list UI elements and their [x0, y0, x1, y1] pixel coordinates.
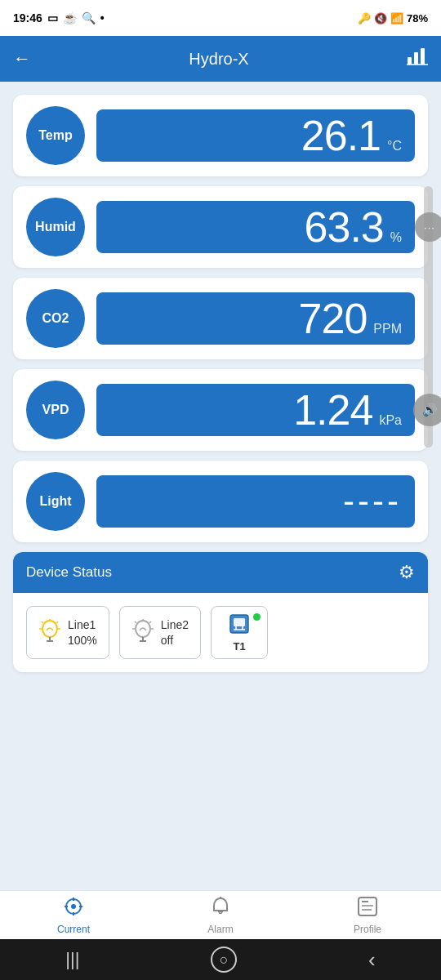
more-options-button[interactable]: ···: [415, 212, 441, 242]
bottom-nav: Current Alarm Profile: [0, 890, 441, 939]
battery-display: 78%: [407, 12, 428, 24]
svg-point-26: [71, 904, 76, 909]
sensor-card-temp: Temp 26.1 °C: [13, 95, 428, 176]
sensor-label-humid: Humid: [26, 198, 85, 256]
t1-status-dot: [253, 613, 261, 621]
status-bar: 19:46 ▭ ☕ 🔍 • 🔑 🔇 📶 78%: [0, 0, 441, 36]
key-icon: 🔑: [358, 12, 371, 24]
current-label: Current: [57, 924, 90, 935]
svg-point-4: [42, 621, 57, 637]
back-button[interactable]: ←: [13, 48, 31, 69]
line2-label: Line2off: [161, 617, 189, 647]
sensor-card-humid: Humid 63.3 % ···: [13, 186, 428, 268]
light-value: ----: [343, 482, 402, 521]
device-status-card: Device Status ⚙: [13, 552, 428, 672]
sensor-label-temp: Temp: [26, 106, 85, 165]
sensor-value-box-temp: 26.1 °C: [96, 109, 415, 162]
svg-rect-2: [421, 48, 425, 65]
device-status-title: Device Status: [26, 564, 112, 581]
settings-icon[interactable]: ⚙: [399, 562, 415, 583]
device-status-header: Device Status ⚙: [13, 552, 428, 593]
temp-value: 26.1: [301, 111, 381, 160]
dot-indicator: •: [100, 11, 105, 24]
alarm-icon: [211, 896, 230, 922]
current-icon: [63, 896, 84, 922]
device-item-line1[interactable]: Line1100%: [26, 606, 109, 659]
humid-value: 63.3: [305, 203, 384, 252]
svg-line-16: [135, 621, 136, 623]
t1-icon: [228, 612, 251, 640]
nav-item-current[interactable]: Current: [0, 896, 147, 935]
line1-label: Line1100%: [68, 617, 97, 647]
svg-rect-1: [414, 52, 418, 65]
svg-line-17: [149, 621, 151, 623]
sensor-card-light: Light ----: [13, 461, 428, 542]
humid-unit: %: [390, 230, 402, 245]
android-menu-button[interactable]: |||: [65, 949, 79, 970]
android-back-button[interactable]: ‹: [368, 947, 376, 973]
device-status-body: Line1100% Line: [13, 593, 428, 672]
time-display: 19:46: [13, 11, 42, 24]
app-header: ← Hydro-X: [0, 36, 441, 82]
sensor-label-co2: CO2: [26, 289, 85, 348]
sensor-value-box-co2: 720 PPM: [96, 292, 415, 345]
svg-rect-21: [234, 618, 245, 626]
audio-button[interactable]: 🔊: [413, 394, 441, 426]
mute-icon: 🔇: [374, 12, 387, 24]
nav-item-alarm[interactable]: Alarm: [147, 896, 294, 935]
line1-icon: [38, 617, 61, 648]
sensor-label-light: Light: [26, 472, 85, 531]
svg-point-12: [136, 621, 150, 637]
device-item-t1[interactable]: T1: [211, 606, 268, 659]
chart-button[interactable]: [407, 47, 428, 70]
sim-icon: ☕: [63, 11, 77, 24]
sensor-label-vpd: VPD: [26, 381, 85, 439]
co2-value: 720: [299, 294, 368, 343]
status-right: 🔑 🔇 📶 78%: [358, 12, 428, 24]
nav-item-profile[interactable]: Profile: [294, 896, 441, 935]
main-content: Temp 26.1 °C Humid 63.3 % ··· CO2 720 PP…: [0, 82, 441, 890]
android-home-button[interactable]: ○: [211, 947, 237, 973]
status-left: 19:46 ▭ ☕ 🔍 •: [13, 11, 105, 24]
svg-rect-0: [408, 57, 412, 65]
sensor-value-box-vpd: 1.24 kPa: [96, 384, 415, 436]
sensor-card-co2: CO2 720 PPM: [13, 278, 428, 359]
android-nav: ||| ○ ‹: [0, 939, 441, 980]
vpd-unit: kPa: [379, 413, 402, 428]
profile-label: Profile: [354, 924, 381, 935]
signal-icon: 📶: [390, 12, 403, 24]
svg-rect-33: [359, 898, 376, 915]
svg-line-9: [56, 621, 58, 623]
app-title: Hydro-X: [189, 50, 248, 69]
screen-icon: ▭: [47, 11, 58, 24]
device-item-line2[interactable]: Line2off: [119, 606, 201, 659]
profile-icon: [357, 896, 378, 922]
vpd-value: 1.24: [293, 385, 372, 434]
temp-unit: °C: [387, 139, 402, 154]
search-icon: 🔍: [82, 11, 96, 24]
line2-icon: [131, 617, 154, 648]
alarm-label: Alarm: [207, 924, 233, 935]
sensor-value-box-light: ----: [96, 475, 415, 528]
sensor-card-vpd: VPD 1.24 kPa 🔊: [13, 369, 428, 451]
sensor-value-box-humid: 63.3 %: [96, 201, 415, 253]
svg-line-8: [42, 621, 43, 623]
co2-unit: PPM: [373, 322, 402, 336]
t1-label: T1: [233, 640, 245, 653]
